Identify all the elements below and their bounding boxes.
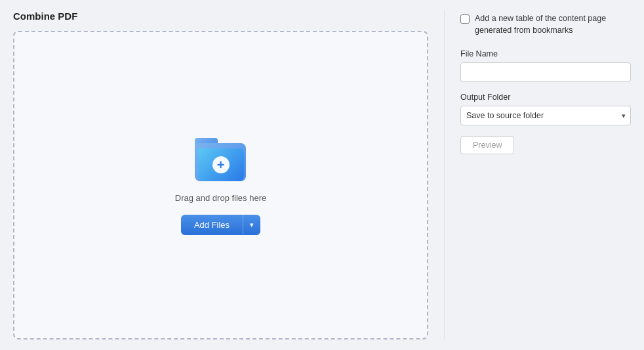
file-name-group: File Name <box>460 49 631 82</box>
drag-drop-text: Drag and drop files here <box>175 193 266 203</box>
plus-circle: + <box>212 156 230 173</box>
dropdown-arrow-icon: ▾ <box>250 221 254 229</box>
content-page-checkbox[interactable] <box>460 14 470 24</box>
plus-icon: + <box>217 158 225 171</box>
panel-divider <box>444 11 445 339</box>
right-panel: Add a new table of the content page gene… <box>460 11 631 339</box>
left-panel: Combine PDF + Drag and drop files here A… <box>13 11 428 339</box>
output-folder-select-wrapper: Save to source folder Choose folder... ▾ <box>460 106 631 125</box>
main-container: Combine PDF + Drag and drop files here A… <box>0 0 644 350</box>
drop-zone: + Drag and drop files here Add Files ▾ <box>13 31 428 339</box>
file-name-label: File Name <box>460 49 631 58</box>
output-folder-group: Output Folder Save to source folder Choo… <box>460 93 631 125</box>
preview-button[interactable]: Preview <box>460 136 514 154</box>
add-files-button-group: Add Files ▾ <box>181 215 260 235</box>
checkbox-row: Add a new table of the content page gene… <box>460 13 631 36</box>
checkbox-label: Add a new table of the content page gene… <box>475 13 631 36</box>
output-folder-select[interactable]: Save to source folder Choose folder... <box>460 106 631 125</box>
folder-icon: + <box>195 135 247 181</box>
add-files-button[interactable]: Add Files <box>181 215 243 235</box>
page-title: Combine PDF <box>13 11 428 22</box>
output-folder-label: Output Folder <box>460 93 631 102</box>
folder-front: + <box>198 148 244 181</box>
add-files-dropdown-button[interactable]: ▾ <box>243 215 260 235</box>
file-name-input[interactable] <box>460 62 631 82</box>
